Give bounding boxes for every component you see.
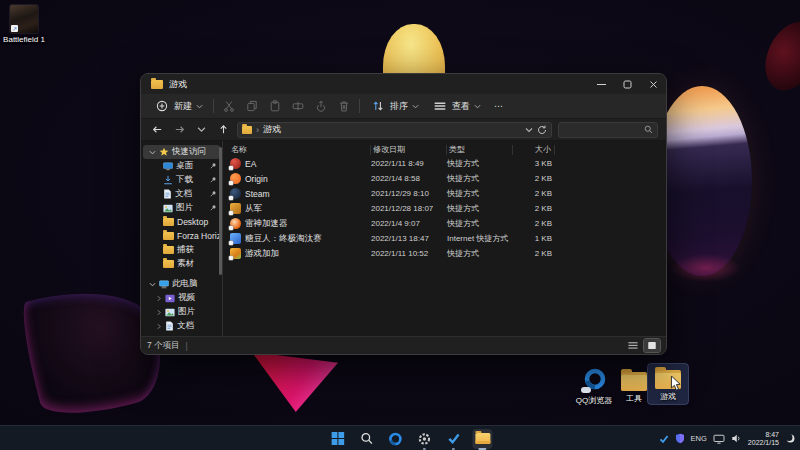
network-icon[interactable]	[713, 434, 725, 444]
start-button[interactable]	[327, 429, 347, 449]
command-bar: 新建	[141, 94, 666, 119]
sidebar-item-desktop-folder[interactable]: Desktop	[143, 215, 220, 229]
desktop-shortcut-games[interactable]: 游戏	[648, 364, 688, 404]
sidebar-item-forza-horizon[interactable]: Forza Horizon	[143, 229, 220, 243]
this-pc-icon	[159, 280, 169, 289]
enlisted-shortcut-icon	[230, 203, 241, 214]
maximize-button[interactable]	[614, 74, 640, 94]
file-row-steam[interactable]: Steam 2021/12/29 8:10 快捷方式 2 KB	[229, 186, 666, 201]
taskbar-qq-browser-button[interactable]	[385, 429, 405, 449]
sidebar-item-desktop-pinned[interactable]: 桌面	[143, 159, 220, 173]
battlefield1-icon: ↗	[10, 5, 38, 33]
breadcrumb[interactable]: 游戏	[263, 123, 281, 136]
taskbar-file-explorer-button[interactable]	[472, 429, 492, 449]
sidebar-item-documents-pinned[interactable]: 文档	[143, 187, 220, 201]
copy-icon[interactable]	[244, 98, 260, 114]
search-input[interactable]	[563, 125, 644, 134]
check-app-icon	[447, 432, 460, 445]
taskbar-search-button[interactable]	[356, 429, 376, 449]
file-date: 2022/1/11 10:52	[371, 249, 447, 258]
column-header-name[interactable]: 名称	[229, 145, 371, 155]
delete-icon[interactable]	[336, 98, 352, 114]
paste-icon[interactable]	[267, 98, 283, 114]
shield-icon[interactable]	[675, 433, 685, 444]
sidebar-item-captures[interactable]: 捕获	[143, 243, 220, 257]
tray-check-app-icon[interactable]	[659, 434, 669, 444]
search-icon	[644, 125, 653, 134]
close-button[interactable]	[640, 74, 666, 94]
folder-icon	[163, 232, 174, 240]
wallpaper-corner-shape	[755, 13, 800, 99]
forward-button[interactable]	[171, 122, 187, 138]
desktop-icon-label: Battlefield 1	[3, 35, 45, 44]
chevron-right-icon	[156, 309, 162, 316]
chevron-down-icon	[412, 103, 419, 110]
file-date: 2021/12/29 8:10	[371, 189, 447, 198]
file-row-fallguys[interactable]: 糖豆人：终极淘汰赛 2022/1/13 18:47 Internet 快捷方式 …	[229, 231, 666, 246]
moon-icon[interactable]	[785, 433, 796, 444]
desktop-shortcut-qq-browser[interactable]: QQ浏览器	[574, 366, 614, 408]
address-bar[interactable]: › 游戏	[237, 122, 552, 138]
sidebar-item-materials[interactable]: 素材	[143, 257, 220, 271]
recent-locations-chevron-icon[interactable]	[193, 122, 209, 138]
refresh-icon[interactable]	[537, 125, 547, 135]
details-view-icon[interactable]	[625, 339, 641, 352]
window-titlebar[interactable]: 游戏	[141, 74, 666, 94]
shortcut-overlay-icon	[229, 166, 233, 170]
taskbar-check-app-button[interactable]	[443, 429, 463, 449]
new-icon	[154, 98, 170, 114]
file-name: 游戏加加	[245, 248, 371, 260]
running-indicator	[423, 448, 426, 450]
sidebar-scrollbar[interactable]	[219, 147, 222, 275]
cut-icon[interactable]	[221, 98, 237, 114]
more-options-button[interactable]: ⋯	[491, 99, 507, 113]
sidebar-item-pictures-pc[interactable]: 图片	[143, 305, 220, 319]
sidebar-item-downloads-pinned[interactable]: 下载	[143, 173, 220, 187]
file-row-leigod[interactable]: 雷神加速器 2022/1/4 9:07 快捷方式 2 KB	[229, 216, 666, 231]
sidebar-label: 下载	[176, 174, 193, 186]
file-date: 2022/1/4 8:58	[371, 174, 447, 183]
address-dropdown-chevron-icon[interactable]	[525, 126, 533, 134]
column-header-size[interactable]: 大小	[513, 145, 555, 155]
language-indicator[interactable]: ENG	[691, 434, 707, 443]
item-count: 7 个项目	[147, 340, 180, 352]
taskbar-clock[interactable]: 8:47 2022/1/15	[748, 431, 779, 447]
sidebar-item-pictures-pinned[interactable]: 图片	[143, 201, 220, 215]
file-date: 2021/12/28 18:07	[371, 204, 447, 213]
folder-icon	[151, 80, 163, 89]
sidebar-label: 桌面	[176, 160, 193, 172]
steam-shortcut-icon	[230, 188, 241, 199]
video-icon	[165, 294, 175, 303]
volume-icon[interactable]	[731, 433, 742, 444]
view-button[interactable]: 查看	[429, 96, 484, 116]
back-button[interactable]	[149, 122, 165, 138]
new-button[interactable]: 新建	[151, 96, 206, 116]
file-row-enlisted[interactable]: 从军 2021/12/28 18:07 快捷方式 2 KB	[229, 201, 666, 216]
more-icon: ⋯	[494, 101, 504, 111]
share-icon[interactable]	[313, 98, 329, 114]
taskbar-settings-button[interactable]	[414, 429, 434, 449]
sidebar-item-quick-access[interactable]: 快速访问	[143, 145, 220, 159]
desktop-icon-label: 游戏	[660, 391, 676, 402]
minimize-button[interactable]	[588, 74, 614, 94]
sidebar-item-videos[interactable]: 视频	[143, 291, 220, 305]
sidebar-item-documents-pc[interactable]: 文档	[143, 319, 220, 333]
file-row-ea[interactable]: EA 2022/1/11 8:49 快捷方式 3 KB	[229, 156, 666, 171]
column-header-date[interactable]: 修改日期	[371, 145, 447, 155]
file-row-origin[interactable]: Origin 2022/1/4 8:58 快捷方式 2 KB	[229, 171, 666, 186]
column-headers: 名称 修改日期 类型 大小	[229, 143, 666, 156]
mouse-cursor	[670, 376, 682, 392]
column-header-type[interactable]: 类型	[447, 145, 513, 155]
up-button[interactable]	[215, 122, 231, 138]
rename-icon[interactable]	[290, 98, 306, 114]
sort-button[interactable]: 排序	[367, 96, 422, 116]
file-type: 快捷方式	[447, 203, 513, 214]
search-box[interactable]	[558, 122, 658, 138]
file-row-gamepp[interactable]: 游戏加加 2022/1/11 10:52 快捷方式 2 KB	[229, 246, 666, 261]
file-type: 快捷方式	[447, 248, 513, 259]
desktop-shortcut-battlefield1[interactable]: ↗ Battlefield 1	[4, 3, 44, 46]
desktop-icon-label: QQ浏览器	[576, 395, 612, 406]
shortcut-overlay-icon	[229, 196, 233, 200]
sidebar-item-this-pc[interactable]: 此电脑	[143, 277, 220, 291]
thumbnails-view-icon[interactable]	[644, 339, 660, 352]
